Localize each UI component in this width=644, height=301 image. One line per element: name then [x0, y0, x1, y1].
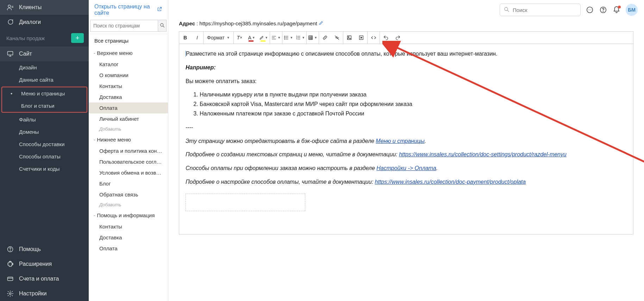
edit-icon[interactable]: [319, 20, 324, 26]
add-channel-button[interactable]: +: [71, 33, 84, 43]
help-icon: [6, 245, 14, 253]
nav-billing[interactable]: Счета и оплата: [0, 271, 89, 286]
tree-item-payment[interactable]: Оплата: [89, 102, 168, 113]
nav-extensions[interactable]: Расширения: [0, 257, 89, 271]
puzzle-icon: [6, 260, 14, 268]
pages-tree: Верхнее меню Каталог О компании Контакты…: [89, 47, 168, 301]
search-icon: [160, 23, 165, 29]
nav-billing-label: Счета и оплата: [19, 276, 59, 282]
chat-icon: [6, 18, 14, 26]
unlink-button[interactable]: [331, 32, 343, 44]
main-area: БМ Адрес : https://myshop-cej385.myinsal…: [168, 0, 644, 301]
svg-point-7: [10, 293, 11, 295]
pages-search-input[interactable]: [90, 20, 158, 32]
nav-menu-pages[interactable]: Меню и страницы: [2, 87, 87, 100]
highlight-color-button[interactable]: ▼: [258, 32, 270, 44]
svg-rect-6: [8, 277, 13, 281]
payment-settings-pre: Способы оплаты при оформлении заказа мож…: [186, 165, 376, 171]
tree-item-contacts[interactable]: Контакты: [89, 81, 168, 92]
align-button[interactable]: ▼: [270, 32, 282, 44]
tree-item-help-delivery[interactable]: Доставка: [89, 232, 168, 243]
tree-item-cabinet[interactable]: Личный кабинет: [89, 113, 168, 124]
italic-button[interactable]: I: [191, 32, 203, 44]
link-button[interactable]: [319, 32, 331, 44]
left-sidebar: Клиенты Диалоги Каналы продаж + Сайт Диз…: [0, 0, 89, 301]
nav-design[interactable]: Дизайн: [0, 61, 89, 74]
nav-delivery-methods[interactable]: Способы доставки: [0, 138, 89, 150]
nav-help-label: Помощь: [19, 246, 41, 252]
tree-item-offer[interactable]: Оферта и политика конфиденциальности: [89, 145, 168, 156]
tree-item-about[interactable]: О компании: [89, 70, 168, 81]
video-button[interactable]: [355, 32, 367, 44]
page-address: Адрес : https://myshop-cej385.myinsales.…: [179, 20, 633, 26]
nav-domains[interactable]: Домены: [0, 126, 89, 138]
all-pages-link[interactable]: Все страницы: [89, 34, 168, 47]
editor-toolbar: B I Формат▼ T✕ A▼ ▼ ▼ ▼ 123▼: [179, 32, 633, 44]
nav-payment-methods[interactable]: Способы оплаты: [0, 150, 89, 163]
nav-settings[interactable]: Настройки: [0, 286, 89, 301]
text-color-button[interactable]: A▼: [246, 32, 258, 44]
svg-point-12: [603, 11, 603, 12]
editor-content[interactable]: Разместите на этой странице информацию с…: [179, 44, 633, 234]
global-search-input[interactable]: [513, 7, 577, 13]
nav-files[interactable]: Файлы: [0, 113, 89, 126]
numbered-list-button[interactable]: 123▼: [294, 32, 306, 44]
doc2-pre: Подробнее о настройке способов оплаты, ч…: [186, 179, 375, 185]
pages-search-button[interactable]: [158, 20, 167, 32]
can-pay-text: Вы можете оплатить заказ:: [186, 77, 627, 86]
tree-item-agreement[interactable]: Пользовательское соглашение: [89, 156, 168, 167]
table-button[interactable]: ▼: [307, 32, 319, 44]
edit-hint-pre: Эту страницу можно отредактировать в бэк…: [186, 138, 376, 144]
tree-help-menu[interactable]: Помощь и информация: [89, 209, 168, 221]
tree-item-blog[interactable]: Блог: [89, 178, 168, 189]
doc2-link[interactable]: https://www.insales.ru/collection/doc-pa…: [375, 179, 526, 185]
tree-item-returns[interactable]: Условия обмена и возврата: [89, 167, 168, 178]
nav-site[interactable]: Сайт: [0, 46, 89, 61]
tree-item-help-contacts[interactable]: Контакты: [89, 221, 168, 232]
nav-help[interactable]: Помощь: [0, 242, 89, 257]
tree-item-delivery[interactable]: Доставка: [89, 92, 168, 102]
nav-dialogs[interactable]: Диалоги: [0, 15, 89, 30]
pages-panel: Открыть страницу на сайте Все страницы В…: [89, 0, 168, 301]
empty-block-placeholder[interactable]: [186, 194, 305, 211]
gear-icon: [6, 290, 14, 297]
svg-point-0: [8, 5, 11, 7]
tree-item-help-payment[interactable]: Оплата: [89, 243, 168, 254]
tree-top-menu[interactable]: Верхнее меню: [89, 47, 168, 59]
nav-blog[interactable]: Блог и статьи: [2, 100, 87, 112]
monitor-icon: [6, 50, 14, 58]
image-button[interactable]: [343, 32, 355, 44]
code-view-button[interactable]: [368, 32, 380, 44]
format-dropdown[interactable]: Формат▼: [204, 32, 233, 44]
open-page-link[interactable]: Открыть страницу на сайте: [89, 0, 168, 20]
card-icon: [6, 275, 14, 283]
nav-clients[interactable]: Клиенты: [0, 0, 89, 15]
help-icon-button[interactable]: [599, 6, 607, 14]
global-search[interactable]: [500, 4, 581, 16]
nav-channels-label: Каналы продаж: [6, 35, 45, 41]
tree-item-feedback[interactable]: Обратная связь: [89, 189, 168, 200]
format-label: Формат: [207, 35, 225, 40]
notifications-button[interactable]: [612, 6, 621, 14]
doc1-link[interactable]: https://www.insales.ru/collection/doc-se…: [399, 151, 567, 157]
tree-add-top[interactable]: Добавить: [89, 124, 168, 134]
undo-button[interactable]: [380, 32, 392, 44]
user-avatar[interactable]: БМ: [626, 4, 638, 16]
menu-pages-link[interactable]: Меню и страницы: [376, 138, 424, 144]
clear-format-button[interactable]: T✕: [234, 32, 246, 44]
chat-icon-button[interactable]: [586, 6, 594, 14]
settings-payment-link[interactable]: Настройки -> Оплата: [376, 165, 436, 171]
svg-rect-20: [347, 36, 351, 40]
rich-editor: B I Формат▼ T✕ A▼ ▼ ▼ ▼ 123▼: [179, 31, 633, 234]
redo-button[interactable]: [392, 32, 404, 44]
topbar: БМ: [168, 0, 644, 20]
tree-item-catalog[interactable]: Каталог: [89, 59, 168, 70]
bold-button[interactable]: B: [179, 32, 191, 44]
nav-site-data[interactable]: Данные сайта: [0, 74, 89, 86]
nav-counters[interactable]: Счетчики и коды: [0, 163, 89, 175]
tree-add-bottom[interactable]: Добавить: [89, 200, 168, 209]
content-scroll[interactable]: Адрес : https://myshop-cej385.myinsales.…: [168, 20, 644, 301]
tree-bottom-menu[interactable]: Нижнее меню: [89, 134, 168, 145]
bullet-list-button[interactable]: ▼: [282, 32, 294, 44]
nav-extensions-label: Расширения: [19, 261, 52, 267]
